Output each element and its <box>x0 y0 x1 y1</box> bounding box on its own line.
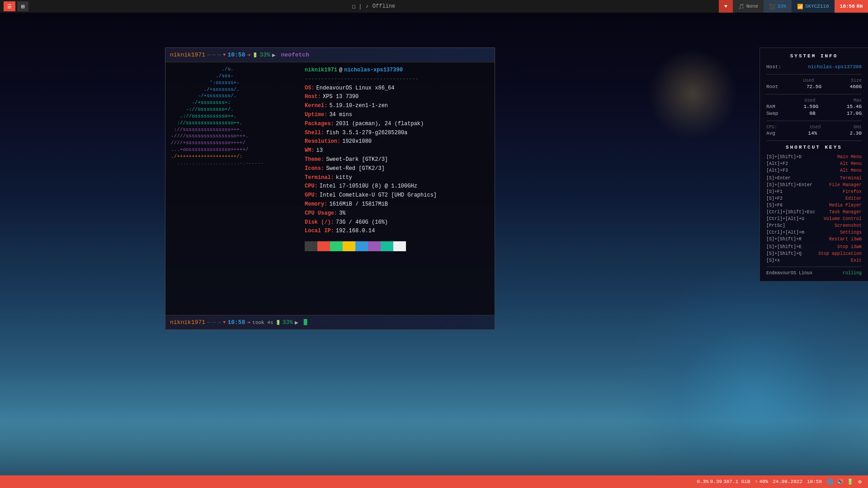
nf-terminal: Terminal: kitty <box>305 174 489 183</box>
nf-wm: WM: i3 <box>305 146 489 155</box>
disk-header: Used Size <box>766 78 862 83</box>
sc-row-4: [S]+Enter Terminal <box>766 176 862 181</box>
sc-row-9: [Ctrl]+[Shift]+Esc Task Manager <box>766 210 862 215</box>
distro-label: EndeavourOS Linux <box>766 271 812 276</box>
terminal-window: niknik1971 — — — ♥ 10:58 ➜ 🔋 33% ▶ neofe… <box>165 47 495 330</box>
clock-ampm: RH <box>857 4 863 9</box>
battery-icon: ⬛ <box>769 4 775 9</box>
swap-label: Swap <box>766 111 778 116</box>
nf-disk: Disk (/): 73G / 460G (16%) <box>305 218 489 227</box>
color-block-1 <box>317 241 330 251</box>
topbar-center: ▢ | ♪ Offline <box>28 3 719 10</box>
nf-cpu: CPU: Intel i7-10510U (8) @ 1.100GHz <box>305 182 489 191</box>
color-block-5 <box>368 241 381 251</box>
prompt-segment-1: niknik1971 — — — ♥ 10:58 ➜ 🔋 33% ▶ neofe… <box>170 52 309 59</box>
wifi-label: SKYCZ116 <box>805 4 829 9</box>
terminal-second-prompt: niknik1971 — — — ♥ 10:58 ➜ took 4s 🔋 33%… <box>165 315 495 329</box>
prompt2-arrow: ➜ <box>247 319 250 326</box>
time-segment: 18:58 RH <box>835 0 868 13</box>
window-controls: ▢ | <box>352 3 362 10</box>
neofetch-info: niknik1971@nicholas-xps137390 ----------… <box>305 66 489 251</box>
ascii-art: ./o. ./sss- ':osssss+- ./+sssssss/. -/+s… <box>171 66 297 251</box>
nf-gpu: GPU: Intel CometLake-U GT2 [UHD Graphics… <box>305 191 489 200</box>
distro-row: EndeavourOS Linux rolling <box>766 271 862 276</box>
sc-row-1: [S]+[Shift]+D Main Menu <box>766 155 862 160</box>
host-val: nicholas-xps137390 <box>808 64 862 70</box>
nf-icons: Icons: Sweet-Red [GTK2/3] <box>305 164 489 174</box>
prompt-neofetch: neofetch <box>281 52 309 58</box>
root-label: Root <box>766 84 778 89</box>
nf-host: nicholas-xps137390 <box>344 66 403 75</box>
mem-max-header: Max <box>854 98 862 103</box>
terminal-body[interactable]: ./o. ./sss- ':osssss+- ./+sssssss/. -/+s… <box>165 62 495 315</box>
nf-os: OS: EndeavourOS Linux x86_64 <box>305 84 489 93</box>
sc-row-8: [S]+F6 Media Player <box>766 203 862 208</box>
nf-cpu-usage: CPU Usage: 3% <box>305 209 489 218</box>
none-segment: 🎵 None <box>733 0 764 13</box>
nf-kernel: Kernel: 5.19.10-zen1-1-zen <box>305 102 489 111</box>
root-size: 460G <box>850 84 862 89</box>
prompt-sep: — <box>207 52 211 58</box>
nf-packages: Packages: 2031 (pacman), 24 (flatpak) <box>305 120 489 129</box>
prompt2-time: 10:58 <box>227 319 245 326</box>
avg-label: Avg <box>766 131 775 136</box>
prompt2-batt-icon: 🔋 <box>275 320 281 325</box>
nf-memory: Memory: 1616MiB / 15817MiB <box>305 200 489 209</box>
nf-uptime: Uptime: 34 mins <box>305 111 489 120</box>
ram-row: RAM 1.59G 15.4G <box>766 104 862 109</box>
nf-at: @ <box>339 66 342 75</box>
color-block-3 <box>343 241 355 251</box>
cpu-usage: 0.3% 0.39 387.1 GiB <box>697 479 750 484</box>
prompt-user: niknik1971 <box>170 52 205 58</box>
wifi-icon: 📶 <box>797 4 803 9</box>
menu-button[interactable]: ☰ <box>4 1 15 11</box>
color-block-7 <box>393 241 406 251</box>
avg-used: 14% <box>808 131 817 136</box>
battery-segment: ⬛ 33% <box>764 0 792 13</box>
color-block-2 <box>330 241 343 251</box>
prompt-battery: 33% <box>259 52 270 58</box>
mem-section: Used Max RAM 1.59G 15.4G Swap 0B 17.0G <box>766 98 862 116</box>
none-icon: 🎵 <box>738 4 745 9</box>
nf-shell: Shell: fish 3.5.1-279-g26285280a <box>305 129 489 138</box>
tray-battery-icon: 🔋 <box>846 478 854 485</box>
disk-arrow: ↑ <box>755 479 758 484</box>
root-row: Root 72.5G 460G <box>766 84 862 89</box>
grid-button[interactable]: ⊞ <box>17 1 28 11</box>
sc-row-7: [S]+F2 Editor <box>766 196 862 201</box>
nf-userhost: niknik1971@nicholas-xps137390 <box>305 66 489 75</box>
distro-val: rolling <box>843 271 862 276</box>
prompt-heart: ♥ <box>223 52 226 57</box>
nf-divider: ----------------------------------- <box>305 75 489 84</box>
sc-row-16: [S]+x Exit <box>766 258 862 263</box>
cpu-pct: 0.3% <box>697 479 708 484</box>
grid-icon: ⊞ <box>21 4 25 9</box>
nf-theme: Theme: Sweet-Dark [GTK2/3] <box>305 155 489 164</box>
load-val: 0.39 <box>710 479 722 484</box>
nf-ip: Local IP: 192.168.0.14 <box>305 227 489 236</box>
heart-segment: ♥ <box>719 0 733 13</box>
divider2 <box>766 94 862 94</box>
sc-row-5: [S]+[Shift]+Enter File Manager <box>766 183 862 188</box>
wifi-segment: 📶 SKYCZ116 <box>792 0 835 13</box>
sysinfo-panel: SYSTEM INFO Host: nicholas-xps137390 Use… <box>760 47 868 282</box>
nf-user: niknik1971 <box>305 66 337 75</box>
ram-max: 15.4G <box>847 104 862 109</box>
prompt2-sep: — <box>207 319 211 326</box>
sc-row-6: [S]+F1 Firefox <box>766 189 862 194</box>
avg-row: Avg 14% 2.30 <box>766 131 862 136</box>
sysinfo-title: SYSTEM INFO <box>766 53 862 59</box>
sc-row-14: [S]+[Shift]+E Stop i3wm <box>766 244 862 249</box>
disk-info: ↑ 40% <box>755 479 768 484</box>
topbar-left: ☰ ⊞ <box>0 1 28 11</box>
size-header: Size <box>851 78 862 83</box>
divider3 <box>766 121 862 121</box>
prompt-dash2: — <box>218 52 222 58</box>
taskbar: 0.3% 0.39 387.1 GiB ↑ 40% 24.09.2022 10:… <box>0 475 868 488</box>
prompt2-batt: 33% <box>283 319 293 326</box>
prompt-time: 10:58 <box>227 52 245 58</box>
nf-resolution: Resolution: 868x488 <box>305 137 489 146</box>
avg-ghz: 2.30 <box>850 131 862 136</box>
tray-volume-icon: 🔊 <box>836 478 844 485</box>
color-block-0 <box>305 241 317 251</box>
